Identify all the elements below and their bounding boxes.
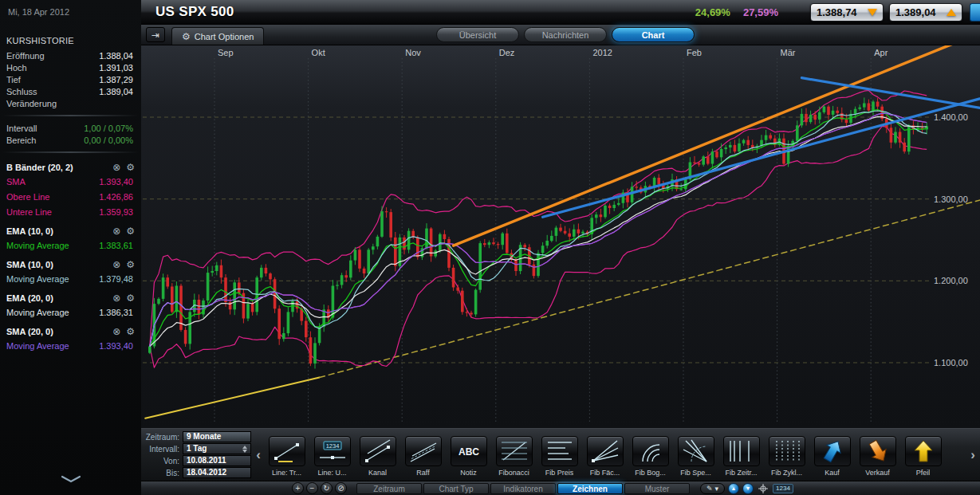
chart-area[interactable]: SepOktNovDez2012FebMärApr1.400,001.300,0… xyxy=(141,45,980,428)
chart-button[interactable]: Chart xyxy=(612,27,695,42)
interval-stepper[interactable] xyxy=(239,446,247,453)
statusbar-tab-muster[interactable]: Muster xyxy=(624,483,690,494)
statusbar-tab-chart-typ[interactable]: Chart Typ xyxy=(423,483,489,494)
tools-strip: Line: Tr...1234Line: U...KanalRaffABCNot… xyxy=(264,433,967,477)
gear-icon: ⚙ xyxy=(182,31,191,42)
tool-line-trend[interactable]: Line: Tr... xyxy=(264,433,309,477)
indicator-settings-icon[interactable]: ⚙ xyxy=(126,327,135,336)
fib-arcs-icon xyxy=(632,436,669,466)
intervall-value[interactable]: 1 Tag xyxy=(183,443,251,454)
tool-kauf[interactable]: Kauf xyxy=(809,433,855,477)
indicator-settings-icon[interactable]: ⚙ xyxy=(126,260,135,269)
von-row: Von: 10.08.2011 xyxy=(143,455,251,466)
tool-fib-zyklus[interactable]: Fib Zykl... xyxy=(764,433,809,477)
fib-fan-icon xyxy=(587,436,624,466)
tool-fib-bogen[interactable]: Fib Bog... xyxy=(628,433,673,477)
nachrichten-button[interactable]: Nachrichten xyxy=(524,27,607,42)
history-row: Eröffnung1.388,04 xyxy=(0,49,141,61)
tool-kanal[interactable]: Kanal xyxy=(355,433,400,477)
tool-label: Fib Spe... xyxy=(680,469,711,477)
zeitraum-value[interactable]: 9 Monate xyxy=(183,431,251,442)
statusbar-tab-zeichnen[interactable]: Zeichnen xyxy=(557,483,623,494)
crosshair-button[interactable] xyxy=(757,482,769,495)
tool-label: Kauf xyxy=(825,469,840,477)
remove-indicator-icon[interactable]: ⊗ xyxy=(112,260,120,269)
month-label: Sep xyxy=(218,48,234,57)
fib-cycle-icon xyxy=(769,436,805,466)
remove-indicator-icon[interactable]: ⊗ xyxy=(112,293,120,303)
instrument-title: US SPX 500 xyxy=(155,4,234,20)
uebersicht-button[interactable]: Übersicht xyxy=(436,27,519,42)
values-badge[interactable]: 1234 xyxy=(773,484,793,493)
divider xyxy=(2,115,139,116)
tool-fib-speichen[interactable]: Fib Spe... xyxy=(673,433,718,477)
tool-raff[interactable]: Raff xyxy=(400,433,446,477)
edit-drawing-button[interactable]: ✎ ▾ xyxy=(700,483,725,494)
month-label: Okt xyxy=(312,48,325,57)
indicator-settings-icon[interactable]: ⚙ xyxy=(126,226,135,236)
refresh-button[interactable]: ↻ xyxy=(321,482,333,494)
disable-drawings-button[interactable]: ⊘ xyxy=(335,482,347,494)
indicator-name: SMA (20, 0) xyxy=(6,327,53,336)
chart-options-label: Chart Optionen xyxy=(195,32,254,41)
date-label: Mi, 18 Apr 2012 xyxy=(0,0,141,17)
tool-label: Line: Tr... xyxy=(272,469,301,477)
indicator-value-row: Obere Line1.426,86 xyxy=(0,189,141,204)
collapse-icon: ⇥ xyxy=(152,29,159,41)
tools-scroll-left[interactable]: ‹ xyxy=(253,439,264,471)
statusbar-tab-zeitraum[interactable]: Zeitraum xyxy=(356,483,422,494)
tools-scroll-right[interactable]: › xyxy=(967,439,978,471)
von-date-field[interactable]: 10.08.2011 xyxy=(183,455,251,466)
tool-line-level[interactable]: 1234Line: U... xyxy=(309,433,355,477)
verkauf-icon xyxy=(860,436,896,466)
zoom-in-button[interactable]: + xyxy=(292,482,304,494)
tool-fib-faecher[interactable]: Fib Fäc... xyxy=(582,433,628,477)
order-panel-button[interactable] xyxy=(970,3,980,22)
tool-fib-zeitraum[interactable]: Fib Zeitr... xyxy=(718,433,764,477)
tool-pfeil[interactable]: Pfeil xyxy=(900,433,946,477)
price-tick-label: 1.200,00 xyxy=(934,276,968,285)
svg-text:1234: 1234 xyxy=(325,442,339,450)
history-row: Veränderung xyxy=(0,97,141,109)
tool-notiz[interactable]: ABCNotiz xyxy=(446,433,491,477)
tool-verkauf[interactable]: Verkauf xyxy=(855,433,900,477)
tool-fibonacci[interactable]: Fibonacci xyxy=(491,433,537,477)
price-chart-svg: SepOktNovDez2012FebMärApr1.400,001.300,0… xyxy=(141,45,980,428)
month-label: Apr xyxy=(874,48,888,57)
chart-options-tab[interactable]: ⚙ Chart Optionen xyxy=(171,27,264,45)
tool-fib-preis[interactable]: Fib Preis xyxy=(537,433,582,477)
sell-price-button[interactable]: 1.388,74 xyxy=(810,3,884,22)
line-level-icon: 1234 xyxy=(314,436,351,466)
zoom-out-button[interactable]: − xyxy=(306,482,318,494)
move-down-button[interactable]: ▼ xyxy=(742,483,754,494)
indicator-settings-icon[interactable]: ⚙ xyxy=(126,293,135,303)
change-row: Intervall1,00 / 0,07% xyxy=(0,122,141,134)
indicator-value-row: Moving Average1.383,61 xyxy=(0,238,141,253)
bis-date-field[interactable]: 18.04.2012 xyxy=(183,467,251,478)
indicator-value-row: Moving Average1.393,40 xyxy=(0,338,141,353)
statusbar-tab-indikatoren[interactable]: Indikatoren xyxy=(490,483,556,494)
tool-label: Fib Bog... xyxy=(635,469,666,477)
tool-label: Raff xyxy=(416,469,429,477)
buy-price-button[interactable]: 1.389,04 xyxy=(889,3,962,22)
indicator-settings-icon[interactable]: ⚙ xyxy=(126,163,135,172)
tool-label: Fib Fäc... xyxy=(590,469,620,477)
collapse-sidebar-button[interactable]: ⇥ xyxy=(146,27,165,42)
remove-indicator-icon[interactable]: ⊗ xyxy=(112,163,120,172)
intervall-label: Intervall: xyxy=(143,445,183,454)
price-tick-label: 1.300,00 xyxy=(934,194,968,204)
sell-price: 1.388,74 xyxy=(817,6,857,18)
remove-indicator-icon[interactable]: ⊗ xyxy=(112,327,120,336)
sidebar: Mi, 18 Apr 2012 KURSHISTORIE Eröffnung1.… xyxy=(0,0,141,495)
tool-label: Line: U... xyxy=(317,469,346,477)
month-label: Feb xyxy=(687,48,702,57)
indicator-block: SMA (10, 0)⊗⚙Moving Average1.379,48 xyxy=(0,256,141,289)
zeitraum-row: Zeitraum: 9 Monate xyxy=(143,431,251,442)
tool-label: Kanal xyxy=(368,469,387,477)
move-up-button[interactable]: ▲ xyxy=(728,483,739,494)
month-label: 2012 xyxy=(592,48,612,57)
history-row: Hoch1.391,03 xyxy=(0,61,141,73)
sidebar-collapse-chevron[interactable] xyxy=(0,473,141,487)
remove-indicator-icon[interactable]: ⊗ xyxy=(112,226,120,236)
von-label: Von: xyxy=(143,457,183,466)
